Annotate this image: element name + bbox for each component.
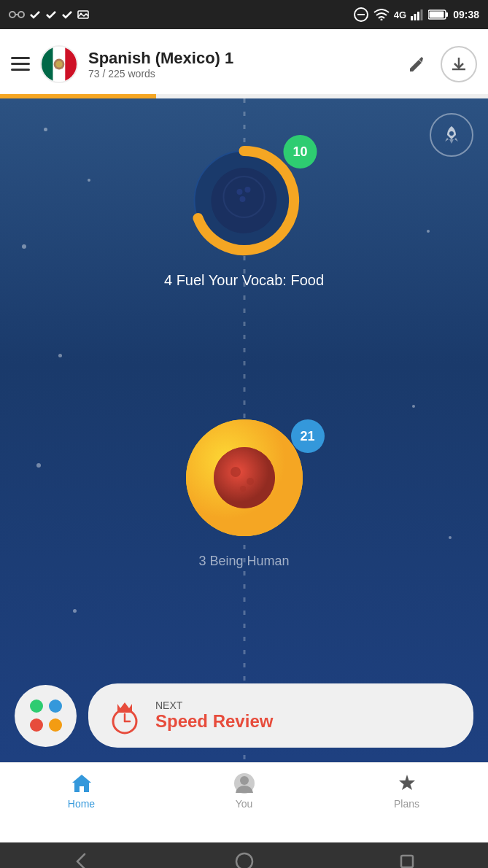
svg-rect-17 bbox=[65, 47, 77, 82]
time: 09:38 bbox=[453, 9, 479, 20]
dot-2 bbox=[49, 700, 62, 713]
battery-icon bbox=[428, 9, 449, 20]
svg-point-39 bbox=[240, 776, 249, 785]
svg-point-31 bbox=[214, 447, 275, 508]
lesson-1-badge: 10 bbox=[284, 135, 317, 168]
svg-rect-13 bbox=[446, 12, 448, 17]
svg-point-27 bbox=[240, 196, 246, 202]
dots-grid bbox=[30, 700, 62, 732]
svg-rect-14 bbox=[430, 12, 444, 18]
dot-1 bbox=[30, 700, 43, 713]
check-icon-3 bbox=[61, 9, 73, 20]
svg-point-32 bbox=[231, 467, 241, 477]
image-icon bbox=[77, 9, 89, 20]
star-1 bbox=[44, 128, 47, 131]
edit-button[interactable] bbox=[403, 50, 432, 79]
pencil-icon bbox=[408, 55, 427, 74]
app-bar: Spanish (Mexico) 1 73 / 225 words bbox=[0, 29, 488, 98]
download-button[interactable] bbox=[441, 46, 477, 82]
timer-icon bbox=[106, 697, 144, 735]
svg-rect-10 bbox=[417, 12, 419, 20]
bottom-nav: Home You Plans bbox=[0, 762, 488, 842]
minus-circle-icon bbox=[353, 7, 369, 23]
star-9 bbox=[73, 609, 77, 613]
svg-point-0 bbox=[9, 12, 15, 18]
svg-point-21 bbox=[449, 131, 454, 136]
check-icon-2 bbox=[45, 9, 57, 20]
status-icons bbox=[9, 9, 89, 20]
dot-3 bbox=[30, 718, 43, 732]
back-button[interactable] bbox=[71, 851, 92, 869]
rocket-button[interactable] bbox=[430, 113, 473, 157]
svg-point-33 bbox=[247, 478, 254, 485]
profile-icon bbox=[233, 772, 256, 795]
svg-point-26 bbox=[245, 187, 251, 193]
star-icon bbox=[395, 772, 419, 795]
star-2 bbox=[88, 179, 90, 182]
lesson-2-badge: 21 bbox=[291, 419, 325, 453]
star-4 bbox=[427, 230, 430, 233]
svg-rect-9 bbox=[414, 14, 417, 20]
star-5 bbox=[58, 354, 62, 357]
signal-icon bbox=[411, 9, 424, 20]
status-bar: 4G 09:38 bbox=[0, 0, 488, 29]
svg-rect-11 bbox=[421, 9, 423, 20]
recents-button[interactable] bbox=[397, 851, 417, 869]
app-bar-actions bbox=[403, 46, 477, 82]
main-content: 10 4 Fuel Your Vocab: Food bbox=[0, 98, 488, 762]
svg-point-7 bbox=[380, 19, 382, 21]
nav-plans[interactable]: Plans bbox=[325, 772, 488, 810]
star-3 bbox=[22, 244, 26, 249]
next-label: NEXT bbox=[155, 700, 273, 711]
menu-button[interactable] bbox=[11, 57, 30, 71]
svg-point-25 bbox=[237, 189, 243, 195]
nav-home[interactable]: Home bbox=[0, 772, 163, 810]
planet-wrapper[interactable]: 21 bbox=[179, 412, 310, 543]
svg-point-34 bbox=[240, 486, 246, 492]
flag-icon bbox=[40, 45, 78, 83]
lesson-1-title[interactable]: 4 Fuel Your Vocab: Food bbox=[164, 272, 324, 289]
home-button[interactable] bbox=[234, 851, 255, 869]
rocket-icon bbox=[440, 123, 463, 147]
next-card-text: NEXT Speed Review bbox=[155, 700, 273, 732]
svg-rect-41 bbox=[401, 856, 413, 867]
network-type: 4G bbox=[394, 9, 406, 20]
svg-rect-15 bbox=[42, 47, 53, 82]
glasses-icon bbox=[9, 9, 25, 20]
app-title-section: Spanish (Mexico) 1 73 / 225 words bbox=[88, 49, 392, 80]
plans-label: Plans bbox=[394, 798, 419, 810]
star-6 bbox=[412, 405, 415, 408]
check-icon-1 bbox=[29, 9, 41, 20]
lesson-2-title[interactable]: 3 Being Human bbox=[198, 554, 289, 569]
svg-point-19 bbox=[55, 61, 62, 67]
lesson-1-section[interactable]: 10 4 Fuel Your Vocab: Food bbox=[164, 142, 324, 289]
planet-svg bbox=[179, 412, 310, 543]
you-label: You bbox=[236, 798, 253, 810]
svg-rect-8 bbox=[411, 16, 413, 20]
bottom-card: NEXT Speed Review bbox=[15, 683, 473, 748]
dot-4 bbox=[49, 718, 62, 732]
star-7 bbox=[36, 463, 41, 468]
next-title[interactable]: Speed Review bbox=[155, 711, 273, 731]
app-title: Spanish (Mexico) 1 bbox=[88, 49, 392, 68]
nav-you[interactable]: You bbox=[163, 772, 325, 810]
donut-chart[interactable]: 10 bbox=[186, 142, 303, 259]
donut-svg bbox=[186, 142, 303, 259]
next-card[interactable]: NEXT Speed Review bbox=[88, 683, 473, 748]
words-progress: 73 / 225 words bbox=[88, 68, 392, 80]
android-nav bbox=[0, 842, 488, 868]
download-icon bbox=[449, 55, 468, 74]
lesson-2-section[interactable]: 21 3 Being Human bbox=[179, 412, 310, 569]
svg-point-1 bbox=[18, 12, 24, 18]
home-label: Home bbox=[68, 798, 95, 810]
dots-button[interactable] bbox=[15, 685, 77, 747]
star-8 bbox=[449, 536, 452, 539]
wifi-icon bbox=[373, 9, 390, 20]
status-right: 4G 09:38 bbox=[353, 7, 479, 23]
home-icon bbox=[70, 772, 93, 795]
svg-point-40 bbox=[236, 853, 252, 869]
